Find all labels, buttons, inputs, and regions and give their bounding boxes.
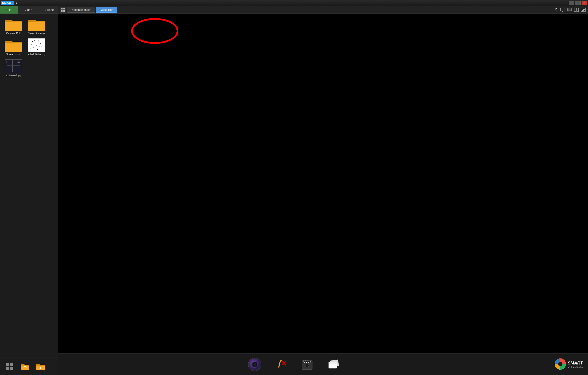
svg-rect-4 xyxy=(28,21,45,31)
svg-point-10 xyxy=(32,41,33,42)
svg-text:2: 2 xyxy=(6,62,7,64)
svg-rect-37 xyxy=(21,364,24,365)
svg-rect-41 xyxy=(61,8,63,10)
tab-bild[interactable]: Bild xyxy=(0,6,18,13)
annotation-circle xyxy=(131,18,178,44)
smart-brand: SMART. V4.5.2149.150 xyxy=(555,358,584,371)
toolbar-screen-icon[interactable] xyxy=(560,7,566,13)
svg-rect-5 xyxy=(28,20,36,22)
svg-point-20 xyxy=(37,49,38,50)
restore-button[interactable]: ❐ xyxy=(575,1,581,5)
list-item[interactable]: 1 2 software0.jpg xyxy=(3,58,24,78)
photos-button[interactable] xyxy=(326,357,341,372)
svg-point-17 xyxy=(39,46,40,47)
title-bar-controls: — ❐ ✕ xyxy=(569,1,587,5)
svg-rect-50 xyxy=(577,8,578,12)
svg-rect-43 xyxy=(61,10,63,12)
svg-rect-64 xyxy=(329,362,337,364)
svg-point-11 xyxy=(35,43,36,43)
list-item[interactable]: schaltfläche.jpg xyxy=(26,37,47,57)
svg-rect-42 xyxy=(63,8,65,10)
camera-button[interactable] xyxy=(247,357,262,372)
toolbar-edit-icon[interactable] xyxy=(580,7,586,13)
content-area: Bild Video Suche xyxy=(0,6,588,375)
svg-point-57 xyxy=(254,363,254,364)
svg-point-13 xyxy=(31,44,32,45)
file-label: Camera Roll xyxy=(6,32,21,35)
sub-tab-bar: Nebeneinander Visualizer Z xyxy=(58,6,588,14)
svg-rect-28 xyxy=(18,62,20,64)
tab-nebeneinander[interactable]: Nebeneinander xyxy=(67,7,95,13)
svg-point-18 xyxy=(30,49,31,49)
svg-rect-34 xyxy=(10,367,13,370)
title-bar-left: SMART ▼ xyxy=(1,1,18,5)
svg-point-12 xyxy=(38,41,39,42)
bottom-bar: SMART. V4.5.2149.150 xyxy=(58,354,588,375)
brand-name: SMART. xyxy=(567,361,584,365)
tab-suche[interactable]: Suche xyxy=(39,6,58,13)
minimize-button[interactable]: — xyxy=(569,1,574,5)
left-panel-bottom xyxy=(0,358,58,375)
svg-text:1: 1 xyxy=(6,60,7,62)
right-panel xyxy=(58,14,588,354)
image-thumbnail xyxy=(28,38,45,52)
file-grid: Camera Roll Saved Pictures xyxy=(0,14,58,80)
toolbar-split-icon[interactable] xyxy=(573,7,579,13)
smart-brand-logo xyxy=(555,358,566,371)
image-thumbnail: 1 2 xyxy=(5,59,22,73)
app-logo: SMART xyxy=(1,1,14,5)
clapboard-button[interactable] xyxy=(299,357,315,372)
left-panel-spacer xyxy=(0,80,58,358)
list-item[interactable]: Camera Roll xyxy=(3,16,24,36)
tab-visualizer[interactable]: Visualizer xyxy=(96,7,117,13)
tab-video[interactable]: Video xyxy=(18,6,39,13)
svg-point-24 xyxy=(39,50,39,50)
file-label: schaltfläche.jpg xyxy=(28,53,46,56)
svg-point-14 xyxy=(40,43,41,44)
grid-view-button[interactable] xyxy=(3,360,15,372)
folder-icon xyxy=(5,38,22,52)
brand-version: V4.5.2149.150 xyxy=(567,365,584,368)
list-item[interactable]: Screenshots xyxy=(3,37,24,57)
svg-rect-9 xyxy=(28,39,45,52)
svg-rect-49 xyxy=(574,8,576,12)
svg-rect-26 xyxy=(12,60,13,72)
svg-rect-1 xyxy=(5,21,22,31)
svg-point-22 xyxy=(42,46,42,47)
svg-point-16 xyxy=(33,48,34,48)
tools-button[interactable] xyxy=(273,357,289,372)
svg-point-19 xyxy=(42,49,43,49)
svg-rect-2 xyxy=(5,20,12,22)
svg-rect-32 xyxy=(10,363,13,366)
svg-rect-7 xyxy=(5,43,22,52)
file-label: Saved Pictures xyxy=(28,32,45,35)
svg-rect-45 xyxy=(560,8,565,11)
folder-import-button[interactable] xyxy=(34,360,46,372)
toolbar-multi-icon[interactable] xyxy=(567,7,573,13)
tab-bar: Bild Video Suche xyxy=(0,6,58,14)
grid-view-toggle[interactable] xyxy=(60,7,66,13)
close-button[interactable]: ✕ xyxy=(582,1,587,5)
file-label: Screenshots xyxy=(6,53,21,56)
folder-open-button[interactable] xyxy=(19,360,31,372)
bottom-tools xyxy=(247,357,341,372)
bottom-right: SMART. V4.5.2149.150 xyxy=(555,358,584,371)
toolbar-z-icon[interactable]: Z xyxy=(553,7,559,13)
title-bar: SMART ▼ — ❐ ✕ xyxy=(0,0,588,6)
left-panel: Bild Video Suche xyxy=(0,6,58,375)
svg-point-61 xyxy=(306,364,308,367)
svg-rect-48 xyxy=(568,8,572,11)
list-item[interactable]: Saved Pictures xyxy=(26,16,47,36)
svg-rect-46 xyxy=(562,11,563,12)
brand-text-group: SMART. V4.5.2149.150 xyxy=(567,361,584,368)
right-section: Nebeneinander Visualizer Z xyxy=(58,6,588,375)
title-bar-dropdown-arrow[interactable]: ▼ xyxy=(15,2,18,4)
svg-rect-25 xyxy=(5,60,22,73)
folder-icon xyxy=(5,17,22,31)
svg-point-21 xyxy=(34,40,35,41)
svg-rect-44 xyxy=(63,10,65,12)
main-container: Bild Video Suche xyxy=(0,6,588,375)
file-label: software0.jpg xyxy=(6,74,21,77)
folder-icon xyxy=(28,17,45,31)
svg-rect-33 xyxy=(6,367,9,370)
